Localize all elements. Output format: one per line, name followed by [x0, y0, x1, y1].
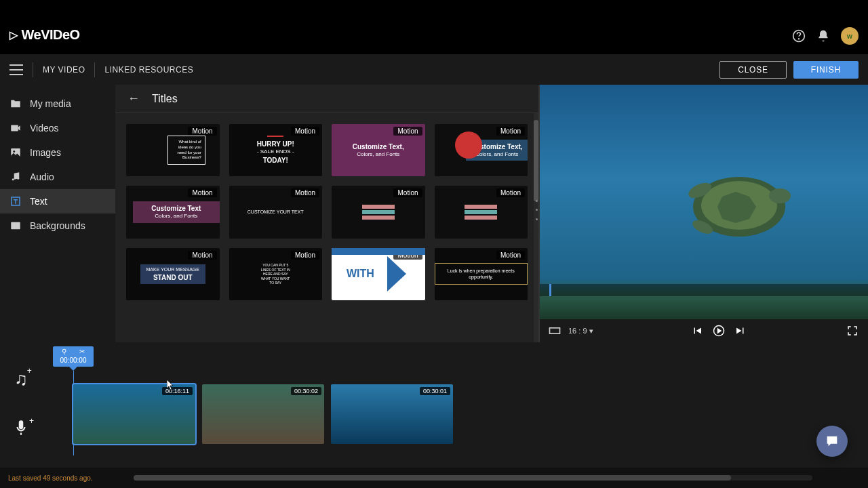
sidebar-item-label: Text — [30, 196, 47, 207]
divider — [94, 62, 95, 77]
brand-name: WeVIDeO — [22, 27, 80, 43]
play-button[interactable] — [711, 323, 726, 338]
svg-point-4 — [13, 150, 15, 152]
preview-controls: 16 : 9 ▾ — [540, 319, 868, 342]
motion-badge: Motion — [291, 127, 319, 136]
clip-duration: 00:30:02 — [291, 387, 321, 395]
preview-canvas[interactable] — [540, 85, 868, 319]
card-preview-text: Customize TextColors, and Fonts — [133, 201, 220, 222]
menu-hamburger-icon[interactable] — [9, 64, 23, 75]
last-saved-text: Last saved 49 seconds ago. — [8, 474, 93, 482]
svg-point-11 — [769, 188, 791, 203]
sidebar-item-backgrounds[interactable]: Backgrounds — [0, 214, 115, 238]
title-card[interactable]: Motion MAKE YOUR MESSAGE STAND OUT — [126, 248, 220, 300]
marker-cut-icon[interactable]: ✂ — [79, 348, 85, 355]
sidebar-item-label: My media — [30, 98, 71, 109]
preview-content — [671, 159, 807, 254]
tab-linked-resources[interactable]: LINKED RESOURCES — [104, 65, 193, 75]
scrollbar-thumb[interactable] — [134, 475, 731, 481]
card-preview-text: CUSTOMIZE YOUR TEXT — [245, 206, 307, 218]
playhead-time: 00:00:00 — [56, 355, 91, 365]
fullscreen-button[interactable] — [845, 323, 860, 338]
sidebar-item-text[interactable]: Text — [0, 189, 115, 214]
title-card[interactable]: Motion YOU CAN PUT 5 LINES OF TEXT IN HE… — [229, 248, 323, 300]
sidebar-item-audio[interactable]: Audio — [0, 165, 115, 189]
timeline-clip[interactable]: 00:30:02 — [202, 384, 324, 444]
title-card[interactable]: Motion CUSTOMIZE YOUR TEXT — [229, 186, 323, 238]
logo-play-icon: ▷ — [9, 28, 18, 41]
sidebar-item-images[interactable]: Images — [0, 140, 115, 165]
timeline-clip[interactable]: 00:16:11 — [73, 384, 195, 444]
back-arrow-icon[interactable]: ← — [127, 92, 140, 106]
svg-rect-8 — [11, 222, 20, 230]
help-icon[interactable] — [792, 29, 806, 43]
aspect-ratio-select[interactable]: 16 : 9 ▾ — [568, 327, 593, 336]
timeline-tools: ♫+ + — [0, 342, 42, 468]
timeline-track[interactable]: ⚲ ✂ 00:00:00 00:16:11 00:30:02 00:30:01 — [42, 342, 868, 468]
sidebar-item-videos[interactable]: Videos — [0, 116, 115, 140]
title-card[interactable]: Motion HURRY UP! - SALE ENDS - TODAY! — [229, 124, 323, 176]
motion-badge: Motion — [188, 188, 216, 197]
sidebar-item-label: Backgrounds — [30, 220, 85, 231]
playhead-indicator[interactable] — [549, 284, 551, 296]
timeline-clip[interactable]: 00:30:01 — [331, 384, 453, 444]
titles-grid-container[interactable]: Motion What kind of ideas do you need fo… — [115, 113, 538, 342]
skip-back-button[interactable] — [690, 323, 705, 338]
audio-icon — [9, 171, 22, 183]
marker-pin-icon[interactable]: ⚲ — [62, 348, 66, 355]
finish-button[interactable]: FINISH — [793, 61, 859, 79]
add-music-button[interactable]: ♫+ — [14, 369, 28, 390]
clip-duration: 00:30:01 — [420, 387, 450, 395]
brand-logo[interactable]: ▷ WeVIDeO — [9, 27, 80, 43]
add-voiceover-button[interactable]: + — [12, 419, 30, 441]
panel-resize-handle[interactable] — [536, 197, 540, 224]
user-avatar[interactable]: w — [841, 27, 859, 45]
header-actions: w — [792, 27, 859, 45]
svg-point-6 — [17, 178, 19, 180]
title-card[interactable]: Motion — [332, 186, 425, 238]
image-icon — [9, 146, 22, 159]
card-preview-text: Luck is when preparation meets opportuni… — [435, 263, 528, 285]
playhead-marker[interactable]: ⚲ ✂ 00:00:00 — [53, 346, 94, 367]
workspace: My media Videos Images Audio Text Backgr… — [0, 85, 868, 342]
svg-point-1 — [799, 39, 800, 39]
card-preview-text: MAKE YOUR MESSAGE STAND OUT — [140, 264, 205, 284]
timeline: ♫+ + ⚲ ✂ 00:00:00 00:16:11 00:30:02 00: — [0, 342, 868, 468]
top-bar: MY VIDEO LINKED RESOURCES CLOSE FINISH — [0, 54, 868, 85]
card-preview-text: Customize Text, Colors, and Fonts — [350, 140, 407, 161]
title-card[interactable]: Motion What kind of ideas do you need fo… — [126, 124, 220, 176]
sidebar-item-label: Audio — [30, 171, 54, 182]
tab-my-video[interactable]: MY VIDEO — [43, 65, 85, 75]
title-card[interactable]: Motion — [435, 186, 528, 238]
svg-rect-14 — [550, 328, 560, 333]
divider — [33, 62, 33, 77]
preview-pane: 16 : 9 ▾ — [538, 85, 868, 342]
motion-badge: Motion — [393, 127, 422, 136]
video-icon — [9, 122, 22, 134]
card-preview-text: HURRY UP! - SALE ENDS - TODAY! — [254, 133, 297, 167]
motion-badge: Motion — [393, 188, 422, 197]
title-card[interactable]: Motion Customize Text, Colors, and Fonts — [435, 124, 528, 176]
title-card[interactable]: Motion Customize Text, Colors, and Fonts — [332, 124, 425, 176]
motion-badge: Motion — [496, 251, 525, 260]
title-card[interactable]: Motion Luck is when preparation meets op… — [435, 248, 528, 300]
sidebar-item-my-media[interactable]: My media — [0, 92, 115, 116]
preview-scrubber[interactable] — [540, 284, 868, 296]
close-button[interactable]: CLOSE — [719, 61, 787, 79]
motion-badge: Motion — [496, 127, 525, 136]
timeline-scrollbar[interactable] — [134, 475, 812, 481]
notifications-icon[interactable] — [816, 29, 830, 43]
card-preview-text: What kind of ideas do you need for your … — [167, 136, 205, 165]
panel-scrollbar[interactable] — [534, 113, 538, 342]
motion-badge: Motion — [291, 251, 319, 260]
clip-duration: 00:16:11 — [162, 387, 193, 395]
scrollbar-thumb[interactable] — [534, 120, 538, 201]
title-card[interactable]: Motion WITH — [332, 248, 425, 300]
panel-header: ← Titles — [115, 85, 538, 113]
motion-badge: Motion — [188, 127, 216, 136]
title-card[interactable]: Motion Customize TextColors, and Fonts — [126, 186, 220, 238]
motion-badge: Motion — [496, 188, 525, 197]
skip-forward-button[interactable] — [733, 323, 748, 338]
motion-badge: Motion — [188, 251, 216, 260]
help-chat-button[interactable] — [816, 426, 848, 457]
